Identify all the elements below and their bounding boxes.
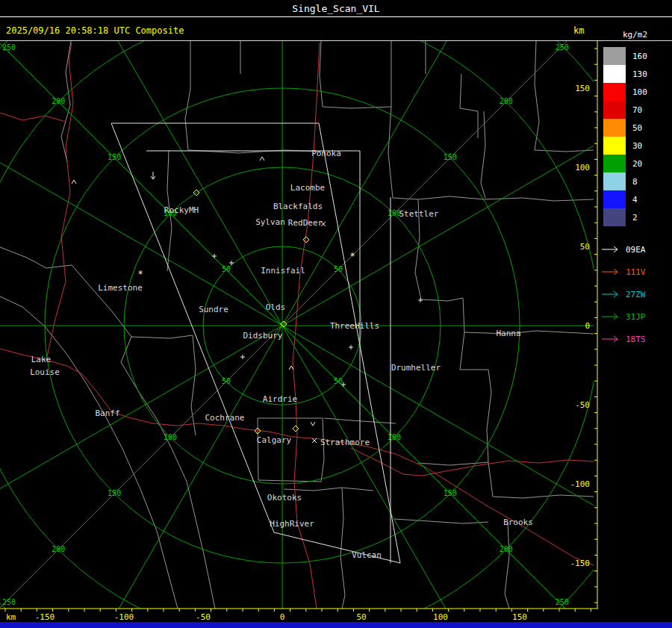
scan-timestamp: 2025/09/16 20:58:18 UTC Composite: [6, 25, 184, 36]
range-ring-label: 200: [500, 97, 513, 105]
city-label: Louise: [30, 367, 60, 377]
radar-station-id: 31JP: [626, 312, 646, 322]
title-bar: Single_Scan_VIL: [0, 0, 672, 17]
city-label: Lacombe: [290, 183, 325, 193]
scan-sector-outline: [111, 123, 400, 563]
legend-bin-value: 100: [632, 87, 647, 97]
radar-station-id: 18TS: [626, 335, 646, 344]
radar-station-row: 31JP: [602, 305, 672, 328]
legend-bin-swatch: [603, 208, 626, 226]
legend-unit-label: kg/m2: [623, 30, 672, 40]
legend-bin-value: 8: [632, 177, 638, 187]
bottom-axis-tick-label: -150: [35, 612, 55, 622]
radar-arrow-icon: [602, 290, 621, 298]
city-label: Hanna: [496, 329, 520, 338]
legend-bin-swatch: [603, 119, 626, 137]
legend-bin-swatch: [603, 155, 626, 172]
legend-bin-value: 20: [632, 159, 642, 169]
radar-station-row: 18TS: [602, 328, 672, 350]
legend-bin: 160: [602, 47, 672, 65]
diamond-marker: [293, 426, 299, 432]
radar-station-list: 09EA111V27ZW31JP18TS: [602, 238, 672, 350]
diamond-marker: [303, 237, 309, 243]
legend-bin-value: 70: [632, 105, 642, 115]
city-label: Drumheller: [391, 363, 441, 373]
bottom-axis: -150-100-50050100150km: [0, 607, 602, 622]
bottom-axis-tick-label: 0: [280, 612, 285, 622]
range-ring-label: 250: [2, 598, 16, 606]
legend-bin-value: 30: [632, 141, 642, 151]
city-label: Okotoks: [267, 493, 302, 503]
city-labels: PonokaLacombeBlackfaldsSylvanRedDeerRock…: [30, 149, 533, 560]
legend-bin-value: 50: [632, 123, 642, 133]
city-label: RockyMH: [164, 205, 199, 215]
bottom-axis-tick-label: 150: [512, 612, 527, 622]
radar-arrow-icon: [602, 246, 621, 253]
legend-bin-swatch: [603, 83, 626, 101]
city-label: Sundre: [199, 305, 228, 314]
city-label: ThreeHills: [330, 321, 379, 331]
caret-up-marker: [260, 157, 264, 161]
radar-station-id: 09EA: [626, 245, 646, 255]
radar-station-row: 27ZW: [602, 283, 672, 305]
legend-bin: 70: [602, 101, 672, 119]
legend-bin: 50: [602, 119, 672, 137]
range-ring-label: 100: [164, 433, 177, 441]
window-title: Single_Scan_VIL: [292, 3, 379, 14]
city-label: Brooks: [503, 517, 533, 527]
plus-marker: [212, 254, 217, 258]
range-ring-label: 150: [444, 153, 457, 161]
legend-panel: kg/m2 16013010070503020842 09EA111V27ZW3…: [602, 30, 672, 612]
range-ring-label: 50: [222, 265, 231, 273]
city-label: Vulcan: [352, 550, 382, 560]
legend-bin: 130: [602, 65, 672, 83]
city-label: Sylvan: [255, 217, 285, 227]
asterisk-marker: *: [349, 251, 355, 261]
range-ring-label: 200: [52, 545, 65, 553]
caret-up-marker: [72, 180, 76, 184]
bottom-axis-canvas: -150-100-50050100150km: [0, 607, 602, 622]
legend-bin-value: 130: [632, 69, 647, 79]
city-label: Cochrane: [205, 413, 245, 423]
city-label: Banff: [95, 408, 119, 418]
right-axis-unit: km: [573, 25, 584, 36]
range-ring-label: 50: [334, 377, 343, 385]
bottom-axis-tick-label: -50: [196, 612, 211, 622]
legend-bin: 8: [602, 172, 672, 190]
bottom-axis-unit: km: [6, 612, 16, 622]
range-ring-label: 200: [500, 545, 513, 553]
range-ring-label: 150: [108, 489, 121, 497]
city-label: Lake: [31, 355, 52, 364]
city-label: Didsbury: [243, 331, 283, 341]
city-label: HighRiver: [270, 519, 314, 529]
legend-bin-value: 4: [632, 195, 638, 205]
bottom-axis-tick-label: 50: [356, 612, 366, 622]
range-ring-label: 50: [334, 265, 343, 273]
bottom-blue-strip: [0, 622, 672, 628]
asterisk-marker: *: [137, 269, 143, 279]
bottom-axis-tick-label: 100: [433, 612, 448, 622]
legend-bin: 4: [602, 190, 672, 208]
range-ring-label: 50: [222, 377, 231, 385]
legend-bin: 20: [602, 155, 672, 172]
legend-bin-value: 160: [632, 52, 647, 61]
city-label: Strathmore: [320, 438, 370, 447]
radar-arrow-icon: [602, 335, 621, 343]
radar-station-row: 111V: [602, 261, 672, 283]
city-label: Stettler: [399, 209, 439, 219]
radar-arrow-icon: [602, 313, 621, 320]
city-label: Airdrie: [263, 394, 297, 404]
range-ring-label: 250: [556, 598, 569, 606]
city-label: Calgary: [257, 435, 292, 445]
range-ring-label: 200: [52, 97, 65, 105]
legend-bin-swatch: [603, 101, 626, 119]
range-ring-label: 250: [556, 43, 569, 52]
legend-bin-value: 2: [632, 213, 638, 223]
radar-station-id: 111V: [626, 267, 646, 277]
range-ring-label: 100: [388, 433, 401, 441]
radar-map[interactable]: 5050505010010010010015015015015020020020…: [0, 41, 594, 609]
radar-station-id: 27ZW: [626, 290, 646, 299]
info-bar: 2025/09/16 20:58:18 UTC Composite km: [0, 17, 672, 41]
legend-bin: 100: [602, 83, 672, 101]
legend-bin-swatch: [603, 137, 626, 155]
